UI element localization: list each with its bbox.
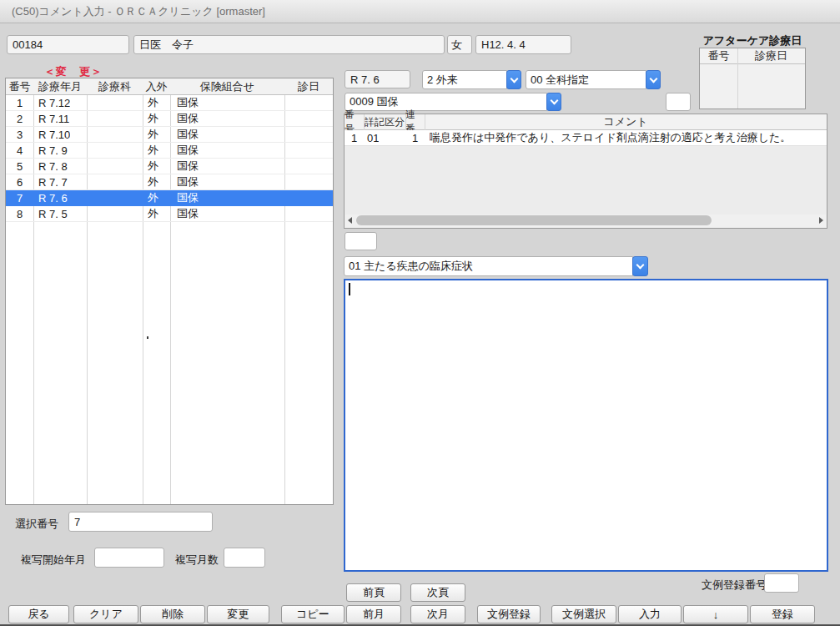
aftercare-col-date: 診療日 <box>737 48 805 63</box>
history-cell-no: 6 <box>6 176 33 189</box>
history-cell-month: R 7. 7 <box>38 176 68 189</box>
clear-button[interactable]: クリア <box>73 605 138 623</box>
history-row-4[interactable]: 4 R 7. 9 外 国保 <box>6 143 333 159</box>
comment-cell-renban: 1 <box>405 132 425 144</box>
prev-page-button[interactable]: 前頁 <box>346 583 401 602</box>
copy-start-field[interactable] <box>94 548 164 568</box>
history-cell-inout: 外 <box>148 190 158 205</box>
change-button[interactable]: 変更 <box>207 605 269 623</box>
chevron-down-icon <box>649 74 657 83</box>
history-cell-no: 5 <box>6 160 33 173</box>
register-button[interactable]: 登録 <box>750 605 815 623</box>
history-cell-month: R 7.11 <box>38 113 69 125</box>
bunrei-register-button[interactable]: 文例登録 <box>477 605 541 623</box>
comment-table-header: 番号 詳記区分 連番 コメント <box>345 114 827 130</box>
history-cell-month: R 7. 6 <box>38 192 68 204</box>
history-cell-inout: 外 <box>148 143 158 158</box>
comment-input-window: (C50)コメント入力 - ＯＲＣＡクリニック [ormaster] アフターケ… <box>0 0 840 626</box>
copy-button[interactable]: コピー <box>281 605 345 623</box>
comment-category-combo-button[interactable] <box>632 256 648 276</box>
bunrei-no-field[interactable] <box>764 573 799 593</box>
aftercare-table[interactable]: 番号 診療日 <box>699 48 806 109</box>
aftercare-column-divider <box>737 48 738 109</box>
history-col-inout: 入外 <box>143 78 170 94</box>
inout-combo-button[interactable] <box>506 70 521 89</box>
scroll-right-icon[interactable] <box>819 217 823 224</box>
history-row-7-selected[interactable]: 7 R 7. 6 外 国保 <box>6 190 333 206</box>
patient-sex-field[interactable] <box>447 35 472 54</box>
copy-months-label: 複写月数 <box>175 553 219 568</box>
window-title: (C50)コメント入力 - ＯＲＣＡクリニック [ormaster] <box>12 5 265 18</box>
chevron-down-icon <box>550 97 558 105</box>
history-cell-no: 2 <box>6 113 33 125</box>
insurance-combo[interactable]: 0009 国保 <box>345 93 547 111</box>
history-cell-inout: 外 <box>148 127 158 142</box>
detail-month-field[interactable] <box>345 70 410 88</box>
down-arrow-button[interactable]: ↓ <box>683 605 748 623</box>
history-cell-no: 8 <box>6 208 33 220</box>
comment-row-1[interactable]: 1 01 1 喘息発作は中発作であり、ステロイド剤点滴注射の適応と考え治療した。 <box>345 130 827 146</box>
department-combo[interactable]: 00 全科指定 <box>526 70 646 89</box>
scrollbar-thumb[interactable] <box>356 215 712 225</box>
history-cell-inout: 外 <box>148 159 158 174</box>
copy-months-field[interactable] <box>224 548 265 568</box>
history-cell-insurance: 国保 <box>177 190 199 205</box>
history-cell-month: R 7.12 <box>38 97 70 109</box>
history-col-month: 診療年月 <box>33 78 87 94</box>
patient-id-field[interactable] <box>7 35 129 54</box>
comment-cell-kubun: 01 <box>367 132 379 144</box>
select-no-field[interactable] <box>68 512 213 532</box>
history-cell-insurance: 国保 <box>177 159 199 174</box>
history-cell-inout: 外 <box>148 95 158 110</box>
history-table: 番号 診療年月 診療科 入外 保険組合せ 診日 1 R 7.12 外 国保 2 … <box>5 78 334 505</box>
history-row-5[interactable]: 5 R 7. 8 外 国保 <box>6 159 333 174</box>
history-row-3[interactable]: 3 R 7.10 外 国保 <box>6 127 333 143</box>
prev-month-button[interactable]: 前月 <box>346 605 401 623</box>
inout-combo[interactable]: 2 外来 <box>422 70 507 89</box>
scroll-left-icon[interactable] <box>348 217 352 224</box>
history-col-no: 番号 <box>6 78 33 94</box>
next-month-button[interactable]: 次月 <box>410 605 465 623</box>
bunrei-select-button[interactable]: 文例選択 <box>551 605 616 623</box>
comment-col-comment: コメント <box>425 114 827 129</box>
aftercare-col-no: 番号 <box>700 48 737 63</box>
history-cell-inout: 外 <box>148 174 158 189</box>
history-cell-inout: 外 <box>148 111 158 126</box>
patient-birthdate-field[interactable] <box>475 35 571 54</box>
comment-textarea[interactable] <box>344 279 828 572</box>
comment-table-hscrollbar[interactable] <box>345 215 826 227</box>
patient-name-field[interactable] <box>133 35 445 54</box>
detail-box1-field[interactable] <box>666 93 691 111</box>
chevron-down-icon <box>510 74 518 83</box>
aftercare-title: アフターケア診療日 <box>697 33 807 48</box>
comment-cell-no: 1 <box>345 132 364 144</box>
input-button[interactable]: 入力 <box>618 605 682 623</box>
sequence-field[interactable] <box>345 232 377 250</box>
history-cell-no: 1 <box>6 97 33 109</box>
history-cell-insurance: 国保 <box>177 111 199 126</box>
bunrei-no-label: 文例登録番号 <box>702 578 767 593</box>
delete-button[interactable]: 削除 <box>140 605 205 623</box>
department-combo-button[interactable] <box>646 70 661 89</box>
history-row-8[interactable]: 8 R 7. 5 外 国保 <box>6 206 333 222</box>
history-col-insurance: 保険組合せ <box>170 78 284 94</box>
history-cell-no: 4 <box>6 144 33 157</box>
history-cell-insurance: 国保 <box>177 127 199 142</box>
history-cell-month: R 7. 5 <box>38 208 68 220</box>
next-page-button[interactable]: 次頁 <box>410 583 465 602</box>
history-cell-month: R 7. 8 <box>38 160 68 173</box>
history-cell-no: 7 <box>6 192 33 204</box>
insurance-combo-button[interactable] <box>546 93 561 111</box>
text-caret <box>349 283 350 295</box>
history-row-6[interactable]: 6 R 7. 7 外 国保 <box>6 174 333 190</box>
history-cell-no: 3 <box>6 129 33 141</box>
back-button[interactable]: 戻る <box>8 605 69 623</box>
history-row-2[interactable]: 2 R 7.11 外 国保 <box>6 111 333 127</box>
history-cell-insurance: 国保 <box>177 206 199 221</box>
comment-category-combo[interactable]: 01 主たる疾患の臨床症状 <box>344 256 633 276</box>
history-col-dept: 診療科 <box>87 78 143 94</box>
window-titlebar: (C50)コメント入力 - ＯＲＣＡクリニック [ormaster] <box>0 0 840 23</box>
history-row-1[interactable]: 1 R 7.12 外 国保 <box>6 95 333 111</box>
comment-col-kubun: 詳記区分 <box>364 114 405 129</box>
copy-start-label: 複写開始年月 <box>21 553 86 568</box>
